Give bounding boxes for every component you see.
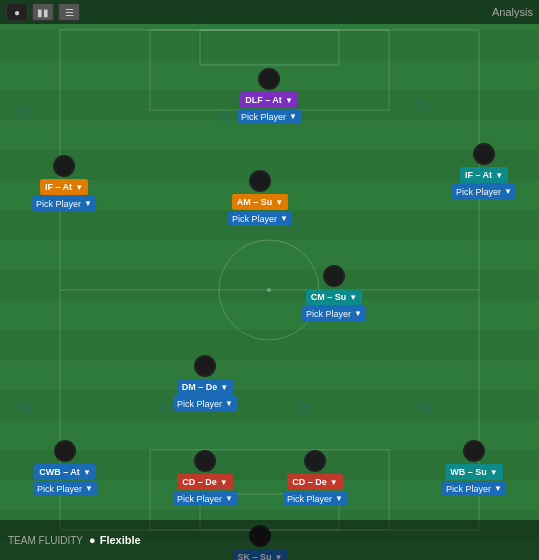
football-pitch: ● ▮▮ ☰ Analysis TEAM FLUIDITY ● Flexible… <box>0 0 539 560</box>
pick-dropdown-arrow-cd-right: ▼ <box>335 494 343 503</box>
icon-button-2[interactable]: ▮▮ <box>32 3 54 21</box>
pick-player-btn-if-left[interactable]: Pick Player▼ <box>452 184 516 199</box>
analysis-link[interactable]: Analysis <box>492 6 533 18</box>
avatar-dlf <box>258 68 280 90</box>
role-dropdown-arrow-dlf: ▼ <box>285 96 293 105</box>
avatar-wb <box>463 440 485 462</box>
avatar-cd-right <box>304 450 326 472</box>
team-fluidity-label: TEAM FLUIDITY <box>8 535 83 546</box>
foot-icon-7: 👣 <box>415 400 432 416</box>
avatar-if-left <box>473 143 495 165</box>
role-badge-am[interactable]: AM – Su▼ <box>232 194 288 210</box>
role-dropdown-arrow-cwb: ▼ <box>83 468 91 477</box>
player-node-if-right: IF – At▼Pick Player▼ <box>32 155 96 211</box>
avatar-if-right <box>53 155 75 177</box>
foot-icon-6: 👣 <box>295 400 312 416</box>
icon-button-1[interactable]: ● <box>6 3 28 21</box>
svg-rect-5 <box>200 30 339 65</box>
foot-icon-1: 👣 <box>215 110 232 126</box>
role-dropdown-arrow-cd-right: ▼ <box>330 478 338 487</box>
pick-player-btn-am[interactable]: Pick Player▼ <box>228 211 292 226</box>
pick-dropdown-arrow-wb: ▼ <box>494 484 502 493</box>
flexible-icon: ● <box>89 534 96 546</box>
avatar-cwb <box>54 440 76 462</box>
foot-icon-4: 👣 <box>15 400 32 416</box>
pick-player-btn-wb[interactable]: Pick Player▼ <box>442 481 506 496</box>
pick-player-btn-cwb[interactable]: Pick Player▼ <box>33 481 97 496</box>
avatar-dm <box>194 355 216 377</box>
foot-icon-3: 👣 <box>285 215 302 231</box>
role-badge-if-right[interactable]: IF – At▼ <box>40 179 88 195</box>
pick-dropdown-arrow-dlf: ▼ <box>289 112 297 121</box>
player-node-dlf: DLF – At▼Pick Player▼ <box>237 68 301 124</box>
pick-dropdown-arrow-if-right: ▼ <box>84 199 92 208</box>
player-node-cd-right: CD – De▼Pick Player▼ <box>283 450 347 506</box>
pick-dropdown-arrow-cwb: ▼ <box>85 484 93 493</box>
role-dropdown-arrow-if-right: ▼ <box>75 183 83 192</box>
bottom-info-bar: TEAM FLUIDITY ● Flexible <box>0 520 539 560</box>
pick-player-btn-dm[interactable]: Pick Player▼ <box>173 396 237 411</box>
role-badge-if-left[interactable]: IF – At▼ <box>460 167 508 183</box>
role-badge-dlf[interactable]: DLF – At▼ <box>240 92 298 108</box>
role-dropdown-arrow-cm: ▼ <box>349 293 357 302</box>
role-badge-cwb[interactable]: CWB – At▼ <box>34 464 96 480</box>
icon-button-3[interactable]: ☰ <box>58 3 80 21</box>
top-toolbar: ● ▮▮ ☰ Analysis <box>0 0 539 24</box>
flexible-value: Flexible <box>100 534 141 546</box>
role-badge-cm[interactable]: CM – Su▼ <box>306 289 362 305</box>
player-node-if-left: IF – At▼Pick Player▼ <box>452 143 516 199</box>
role-badge-dm[interactable]: DM – De▼ <box>177 379 233 395</box>
role-dropdown-arrow-am: ▼ <box>275 198 283 207</box>
foot-icon-0: 👣 <box>15 105 32 121</box>
role-dropdown-arrow-dm: ▼ <box>220 383 228 392</box>
role-badge-cd-right[interactable]: CD – De▼ <box>287 474 342 490</box>
pick-player-btn-if-right[interactable]: Pick Player▼ <box>32 196 96 211</box>
pick-player-btn-cm[interactable]: Pick Player▼ <box>302 306 366 321</box>
pick-player-btn-cd-right[interactable]: Pick Player▼ <box>283 491 347 506</box>
player-node-dm: DM – De▼Pick Player▼ <box>173 355 237 411</box>
pick-dropdown-arrow-if-left: ▼ <box>504 187 512 196</box>
player-node-am: AM – Su▼Pick Player▼ <box>228 170 292 226</box>
player-node-wb: WB – Su▼Pick Player▼ <box>442 440 506 496</box>
avatar-cm <box>323 265 345 287</box>
player-node-cwb: CWB – At▼Pick Player▼ <box>33 440 97 496</box>
svg-point-3 <box>267 288 271 292</box>
role-badge-wb[interactable]: WB – Su▼ <box>445 464 502 480</box>
pick-dropdown-arrow-cm: ▼ <box>354 309 362 318</box>
avatar-am <box>249 170 271 192</box>
avatar-cd-left <box>194 450 216 472</box>
pick-player-btn-dlf[interactable]: Pick Player▼ <box>237 109 301 124</box>
toolbar-icons: ● ▮▮ ☰ <box>0 3 86 21</box>
role-dropdown-arrow-if-left: ▼ <box>495 171 503 180</box>
role-dropdown-arrow-wb: ▼ <box>490 468 498 477</box>
player-node-cm: CM – Su▼Pick Player▼ <box>302 265 366 321</box>
foot-icon-2: 👣 <box>415 97 432 113</box>
foot-icon-8: 👣 <box>215 485 232 501</box>
pick-dropdown-arrow-dm: ▼ <box>225 399 233 408</box>
foot-icon-5: 👣 <box>155 400 172 416</box>
